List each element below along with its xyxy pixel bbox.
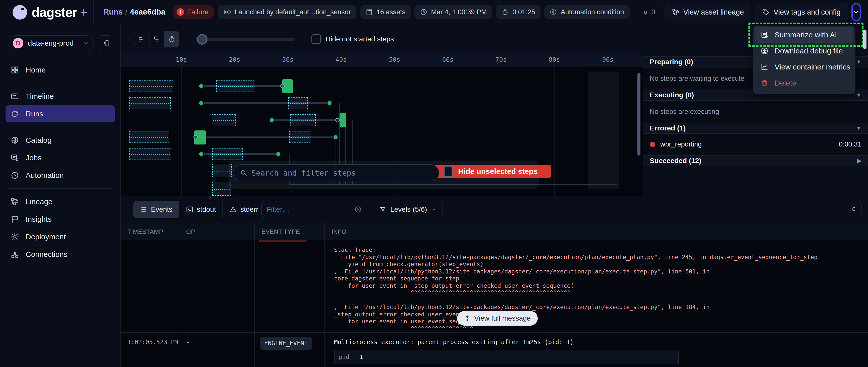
view-mode-flat-button[interactable]: [134, 31, 149, 47]
timeline-icon: [10, 92, 19, 101]
gantt-step-queued-box[interactable]: [129, 131, 169, 143]
view-full-message-button[interactable]: View full message: [457, 311, 538, 326]
log-column-header: EVENT TYPE: [255, 223, 325, 240]
gantt-toolbar: Hide not started steps: [121, 24, 643, 54]
axis-tick-label: 70s: [495, 56, 506, 63]
triangle-down-icon[interactable]: ▼: [856, 125, 862, 131]
log-filter: [261, 201, 367, 218]
gantt-zoom-slider-handle[interactable]: [197, 34, 208, 45]
sidebar-item-lineage[interactable]: Lineage: [5, 193, 115, 210]
triangle-right-icon[interactable]: ▶: [857, 158, 862, 164]
view-mode-timed-button[interactable]: [164, 31, 179, 47]
hide-unselected-checkbox[interactable]: [443, 166, 453, 177]
log-tab-label: stdout: [197, 205, 216, 213]
gantt-step-marker-dot[interactable]: [333, 134, 338, 140]
gantt-connector-line: [206, 136, 336, 138]
sidebar-collapse-button[interactable]: [98, 35, 113, 51]
gantt-step-queued-box[interactable]: [289, 131, 310, 143]
doc-plus-icon: [761, 31, 769, 39]
log-table-row[interactable]: Stack Trace: File "/usr/local/lib/python…: [121, 240, 868, 333]
gantt-step-queued-box[interactable]: [129, 97, 171, 109]
expand-log-panel-button[interactable]: [846, 201, 862, 217]
status-badge-label: Failure: [187, 8, 209, 16]
view-mode-waterfall-button[interactable]: [149, 31, 164, 47]
menu-item-label: View container metrics: [775, 63, 850, 71]
gantt-step-success-bar[interactable]: [340, 113, 346, 127]
gantt-step-marker-dot[interactable]: [198, 151, 204, 157]
axis-tick-label: 20s: [229, 56, 240, 63]
terminal-icon: [186, 206, 193, 213]
breadcrumb-runs-link[interactable]: Runs: [103, 7, 123, 16]
sidebar-item-automation[interactable]: Automation: [5, 167, 115, 184]
log-filter-input[interactable]: [267, 205, 351, 213]
gantt-step-marker-dot[interactable]: [269, 118, 275, 123]
dagster-octopus-icon: [12, 5, 27, 20]
menu-item-summarize-with-ai[interactable]: Summarize with AI: [755, 27, 854, 43]
menu-item-download-debug-file[interactable]: Download debug file: [755, 43, 854, 59]
step-search-input[interactable]: [251, 169, 432, 177]
levels-label: Levels (5/6): [390, 205, 427, 213]
sidebar-item-insights[interactable]: Insights: [5, 211, 115, 228]
hide-not-started-checkbox[interactable]: Hide not started steps: [311, 34, 394, 44]
run-actions-dropdown-button[interactable]: [851, 3, 861, 21]
gantt-step-queued-box[interactable]: [216, 80, 254, 92]
deployment-switcher[interactable]: D data-eng-prod: [7, 35, 94, 51]
list-icon: [140, 206, 148, 213]
log-tab-events[interactable]: Events: [133, 201, 179, 218]
view-asset-lineage-label: View asset lineage: [683, 8, 744, 16]
triangle-down-icon[interactable]: ▼: [856, 59, 862, 65]
top-bar: dagster + Runs/4eae6dba ! Failure Launch…: [0, 0, 868, 24]
sidebar-item-home[interactable]: Home: [5, 62, 115, 78]
step-section-header[interactable]: Succeeded (12)▶: [643, 155, 868, 166]
gantt-step-queued-box[interactable]: [212, 114, 236, 126]
hide-unselected-label: Hide unselected steps: [458, 167, 538, 176]
levels-dropdown-button[interactable]: Levels (5/6): [373, 201, 443, 218]
notifications-button[interactable]: 0: [637, 3, 661, 21]
gantt-step-marker-dot[interactable]: [276, 151, 281, 157]
menu-item-delete[interactable]: Delete: [755, 75, 854, 91]
gantt-step-queued-box[interactable]: [290, 114, 316, 126]
gantt-chart[interactable]: Hide unselected steps: [121, 66, 643, 196]
log-tab-stderr[interactable]: stderr: [223, 201, 265, 218]
gantt-zoom-slider[interactable]: [196, 38, 295, 41]
run-tag-chip: Launched by default_aut…tion_sensor: [218, 5, 356, 19]
chip-label: Mar 4, 1:00:39 PM: [431, 8, 487, 16]
log-table-row[interactable]: 1:02:05.523 PM-ENGINE_EVENTMultiprocess …: [121, 333, 868, 367]
step-row[interactable]: wbr_reporting0:00:31: [643, 134, 868, 155]
sidebar-item-connections[interactable]: Connections: [5, 246, 115, 263]
clipped-chip-remnant: [259, 240, 307, 242]
step-section-header[interactable]: Errored (1)▼: [643, 123, 868, 134]
gantt-step-marker-dot[interactable]: [327, 100, 332, 106]
bell-icon: [643, 9, 649, 15]
gantt-step-marker-dot[interactable]: [198, 83, 204, 89]
event-metadata-table: pid1: [334, 350, 679, 364]
page-scrollbar-thumb[interactable]: [863, 30, 867, 49]
log-tabs: Eventsstdoutstderr: [133, 201, 265, 218]
sidebar-item-timeline[interactable]: Timeline: [5, 88, 115, 105]
triangle-down-icon[interactable]: ▼: [856, 92, 862, 98]
gantt-step-queued-box[interactable]: [212, 148, 243, 160]
log-column-header: INFO: [325, 223, 868, 240]
logo[interactable]: dagster +: [0, 0, 94, 24]
view-asset-lineage-button[interactable]: View asset lineage: [664, 3, 751, 21]
clock-icon: [420, 8, 428, 16]
clear-filter-icon[interactable]: [354, 206, 362, 213]
sidebar-item-jobs[interactable]: Jobs: [5, 149, 115, 166]
gantt-step-queued-box[interactable]: [212, 182, 231, 196]
gantt-step-queued-box[interactable]: [129, 148, 171, 160]
download-icon: [761, 47, 769, 55]
sidebar-item-runs[interactable]: Runs: [5, 105, 115, 123]
gantt-step-queued-box[interactable]: [129, 80, 173, 92]
menu-item-view-container-metrics[interactable]: View container metrics: [755, 59, 854, 75]
gantt-step-queued-box[interactable]: [288, 97, 308, 109]
sidebar-item-catalog[interactable]: Catalog: [5, 132, 115, 149]
sidebar-item-deployment[interactable]: Deployment: [5, 228, 115, 245]
checkbox-icon: [311, 34, 321, 44]
step-name[interactable]: wbr_reporting: [660, 140, 834, 148]
log-tab-stdout[interactable]: stdout: [179, 201, 223, 218]
breadcrumb-run-id: 4eae6dba: [130, 7, 165, 16]
view-tags-config-button[interactable]: View tags and config: [755, 3, 848, 21]
log-cell-event-type: [255, 240, 325, 332]
gantt-scrollbar-thumb[interactable]: [638, 73, 641, 156]
gantt-step-marker-dot[interactable]: [198, 100, 204, 106]
